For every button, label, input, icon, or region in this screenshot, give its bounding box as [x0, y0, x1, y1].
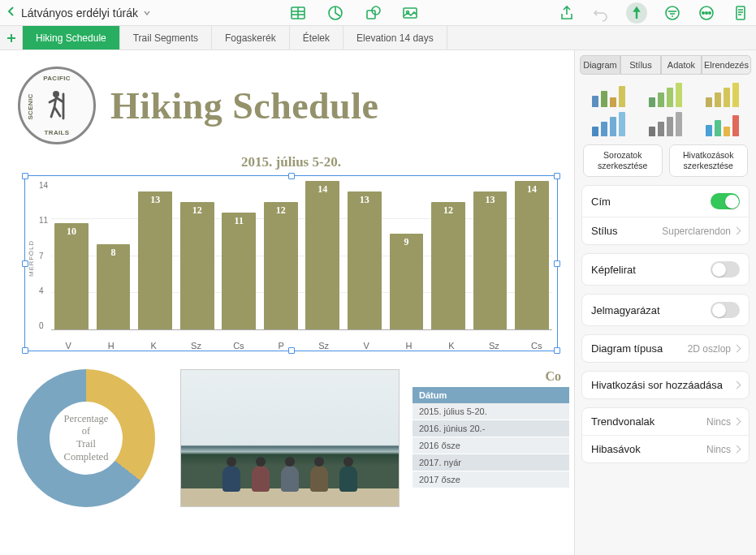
- chart-bar: 13: [473, 191, 508, 329]
- title-toggle[interactable]: [711, 193, 740, 209]
- chart-style-swatch[interactable]: [698, 83, 748, 107]
- chart-bar: 13: [348, 191, 382, 329]
- row-title-label: Cím: [591, 196, 611, 208]
- row-caption-label: Képfelirat: [591, 264, 636, 276]
- row-legend-label: Jelmagyarázat: [591, 304, 660, 316]
- filter-icon[interactable]: [663, 4, 681, 22]
- edit-series-button[interactable]: Sorozatok szerkesztése: [583, 144, 663, 177]
- row-errorbars[interactable]: Hibasávok Nincs: [582, 436, 749, 462]
- inspector-tab-layout[interactable]: Elrendezés: [702, 55, 751, 75]
- sheet-tab-2[interactable]: Fogaskerék: [212, 26, 290, 49]
- chevron-right-icon: [733, 418, 741, 426]
- donut-label: Percentage of Trail Completed: [54, 407, 118, 470]
- chart-bar: 13: [138, 191, 172, 329]
- inspector-tab-style[interactable]: Stílus: [620, 55, 661, 75]
- row-title[interactable]: Cím: [582, 186, 749, 217]
- undo-icon[interactable]: [592, 4, 610, 22]
- chart-style-swatch[interactable]: [640, 83, 690, 107]
- caption-toggle[interactable]: [711, 261, 740, 278]
- sheet-tab-3[interactable]: Ételek: [290, 26, 343, 49]
- table-row[interactable]: 2017. nyár: [413, 454, 569, 471]
- sheet-tab-bar: Hiking Schedule Trail Segments Fogaskeré…: [0, 26, 756, 50]
- row-style[interactable]: Stílus Superclarendon: [582, 217, 749, 244]
- row-error-value: Nincs: [706, 444, 731, 455]
- selection-handle[interactable]: [22, 347, 28, 354]
- svg-point-9: [666, 6, 679, 19]
- title-divider: [122, 127, 566, 130]
- data-table[interactable]: Dátum 2015. július 5-20. 2016. június 20…: [413, 387, 569, 488]
- hiker-icon: [41, 88, 73, 123]
- inspector-tab-diagram[interactable]: Diagram: [580, 55, 620, 75]
- chart-bar: 14: [515, 181, 549, 329]
- chart-bar: 12: [431, 202, 465, 329]
- row-addref-label: Hivatkozási sor hozzáadása: [591, 379, 723, 391]
- svg-point-16: [709, 11, 711, 13]
- share-icon[interactable]: [558, 4, 576, 22]
- table-header[interactable]: Dátum: [413, 387, 569, 403]
- table-row[interactable]: 2016. június 20.-: [413, 420, 569, 437]
- svg-rect-17: [737, 6, 745, 19]
- logo-text-left: SCENIC: [27, 93, 34, 119]
- row-type-label: Diagram típusa: [591, 342, 663, 355]
- selection-handle[interactable]: [22, 173, 28, 179]
- inline-photo[interactable]: [180, 369, 400, 507]
- format-inspector-icon[interactable]: [626, 2, 647, 24]
- selection-handle[interactable]: [554, 173, 560, 179]
- legend-toggle[interactable]: [711, 302, 740, 318]
- y-axis-label: MÉRFÖLD: [27, 181, 36, 337]
- table-row[interactable]: 2016 ősze: [413, 437, 569, 454]
- more-icon[interactable]: [698, 4, 715, 22]
- table-insert-icon[interactable]: [289, 4, 307, 22]
- row-chart-type[interactable]: Diagram típusa 2D oszlop: [582, 335, 749, 362]
- chart-title: 2015. július 5-20.: [24, 154, 558, 170]
- chart-bars: 1081312111214139121314: [51, 181, 552, 330]
- row-legend[interactable]: Jelmagyarázat: [582, 295, 749, 325]
- donut-chart[interactable]: Percentage of Trail Completed: [17, 369, 155, 507]
- title-dropdown-icon[interactable]: [143, 6, 151, 20]
- chevron-right-icon: [733, 345, 741, 353]
- add-sheet-button[interactable]: [0, 26, 23, 49]
- sheet-tab-4[interactable]: Elevation 14 days: [343, 26, 447, 49]
- inspector-tab-data[interactable]: Adatok: [661, 55, 702, 75]
- document-options-icon[interactable]: [732, 4, 750, 22]
- sheet-canvas[interactable]: PACIFIC SCENIC TRAILS Hiking Schedule 20…: [0, 50, 574, 555]
- edit-references-button[interactable]: Hivatkozások szerkesztése: [669, 144, 749, 177]
- chart-bar: 8: [97, 244, 131, 329]
- trail-logo: PACIFIC SCENIC TRAILS: [18, 67, 96, 144]
- chevron-right-icon: [733, 381, 741, 389]
- row-caption[interactable]: Képfelirat: [582, 254, 749, 285]
- chart-style-swatch[interactable]: [583, 112, 633, 136]
- chart-bar: 9: [390, 234, 424, 329]
- row-style-value: Superclarendon: [662, 226, 731, 237]
- chart-insert-icon[interactable]: [326, 4, 344, 22]
- page-title: Hiking Schedule: [110, 84, 378, 127]
- selection-handle[interactable]: [554, 347, 560, 354]
- chart-style-swatch[interactable]: [698, 112, 748, 136]
- sheet-tab-1[interactable]: Trail Segments: [120, 26, 212, 49]
- chevron-right-icon: [733, 227, 741, 235]
- chart-style-swatch[interactable]: [583, 83, 633, 107]
- table-row[interactable]: 2017 ősze: [413, 471, 569, 488]
- row-trend-label: Trendvonalak: [591, 415, 654, 428]
- chart-bar: 14: [305, 181, 339, 329]
- table-row[interactable]: 2015. július 5-20.: [413, 403, 569, 420]
- row-add-reference[interactable]: Hivatkozási sor hozzáadása: [582, 372, 749, 398]
- format-inspector: Diagram Stílus Adatok Elrendezés Sorozat…: [574, 50, 756, 555]
- bar-chart[interactable]: MÉRFÖLD 14 11 7 4 0 10813121112141391213…: [24, 175, 558, 351]
- row-style-label: Stílus: [591, 225, 618, 237]
- sheet-tab-0[interactable]: Hiking Schedule: [23, 26, 120, 49]
- back-icon[interactable]: [6, 6, 16, 20]
- chart-bar: 12: [180, 202, 214, 329]
- document-title[interactable]: Látványos erdélyi túrák: [21, 6, 138, 19]
- table-title: Co: [413, 369, 569, 384]
- svg-point-15: [706, 11, 707, 13]
- chart-bar: 11: [222, 213, 256, 329]
- row-trendlines[interactable]: Trendvonalak Nincs: [582, 408, 749, 436]
- selection-handle[interactable]: [288, 173, 295, 179]
- selection-handle[interactable]: [288, 347, 295, 354]
- chart-style-swatch[interactable]: [640, 112, 690, 136]
- logo-text-top: PACIFIC: [43, 75, 71, 82]
- shape-insert-icon[interactable]: [364, 4, 382, 22]
- media-insert-icon[interactable]: [401, 4, 419, 22]
- selection-handle[interactable]: [554, 260, 560, 267]
